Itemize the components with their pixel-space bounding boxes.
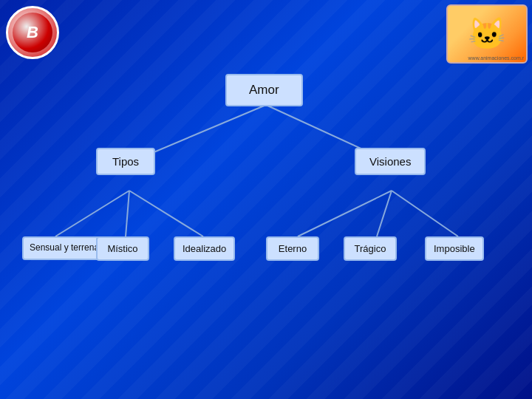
tipos-label: Tipos: [112, 155, 139, 168]
visiones-label: Visiones: [369, 155, 411, 168]
eterno-label: Eterno: [279, 243, 307, 254]
svg-line-5: [298, 191, 392, 236]
node-imposible: Imposible: [425, 236, 484, 261]
garfield-url: www.animaciones.com.r: [468, 55, 524, 61]
sensual-label: Sensual y terrenal: [30, 242, 101, 253]
diagram: Amor Tipos Visiones Sensual y terrenal M…: [0, 66, 532, 384]
node-tipos: Tipos: [96, 148, 155, 175]
mistico-label: Místico: [107, 243, 137, 254]
garfield-art: 🐱: [468, 18, 506, 50]
node-amor: Amor: [225, 74, 303, 106]
garfield-image: 🐱 www.animaciones.com.r: [446, 4, 528, 64]
node-visiones: Visiones: [355, 148, 426, 175]
svg-line-4: [129, 191, 203, 236]
svg-line-2: [55, 191, 129, 236]
node-tragico: Trágico: [344, 236, 397, 261]
node-eterno: Eterno: [266, 236, 319, 261]
logo-letter: B: [13, 13, 52, 52]
logo: B: [6, 6, 59, 59]
idealizado-label: Idealizado: [183, 243, 226, 254]
tree-wrapper: Amor Tipos Visiones Sensual y terrenal M…: [15, 66, 517, 347]
amor-label: Amor: [249, 83, 279, 97]
svg-line-7: [392, 191, 458, 236]
tragico-label: Trágico: [355, 243, 386, 254]
connector-lines: [15, 66, 517, 347]
node-idealizado: Idealizado: [174, 236, 235, 261]
svg-line-6: [377, 191, 392, 236]
imposible-label: Imposible: [434, 243, 475, 254]
node-mistico: Místico: [96, 236, 149, 261]
svg-line-3: [126, 191, 129, 236]
